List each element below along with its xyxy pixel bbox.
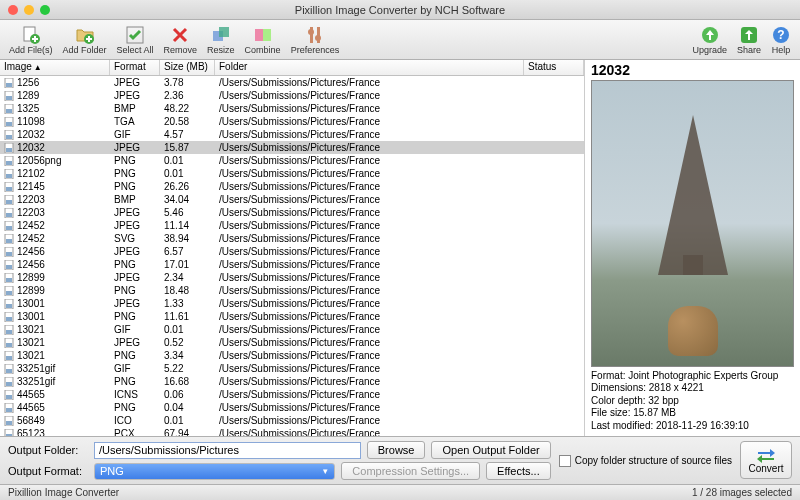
svg-rect-47	[6, 278, 12, 282]
table-row[interactable]: 12899PNG18.48/Users/Submissions/Pictures…	[0, 284, 584, 297]
table-row[interactable]: 33251gifGIF5.22/Users/Submissions/Pictur…	[0, 362, 584, 375]
output-folder-input[interactable]	[94, 442, 361, 459]
table-row[interactable]: 12032GIF4.57/Users/Submissions/Pictures/…	[0, 128, 584, 141]
cell-image: 12102	[0, 168, 110, 179]
cell-format: TGA	[110, 116, 160, 127]
main-toolbar: Add File(s)Add FolderSelect AllRemoveRes…	[0, 20, 800, 60]
minimize-window-button[interactable]	[24, 5, 34, 15]
add-folder-button[interactable]: Add Folder	[58, 21, 112, 59]
share-button[interactable]: Share	[732, 21, 766, 59]
svg-text:?: ?	[777, 28, 784, 42]
cell-image: 11098	[0, 116, 110, 127]
table-row[interactable]: 12899JPEG2.34/Users/Submissions/Pictures…	[0, 271, 584, 284]
column-header-format[interactable]: Format	[110, 60, 160, 75]
cell-format: PCX	[110, 428, 160, 436]
cell-image: 12899	[0, 285, 110, 296]
preview-metadata: Format: Joint Photographic Experts Group…	[591, 370, 794, 433]
table-row[interactable]: 12452SVG38.94/Users/Submissions/Pictures…	[0, 232, 584, 245]
help-icon: ?	[771, 25, 791, 45]
column-header-status[interactable]: Status	[524, 60, 584, 75]
cell-image: 13021	[0, 337, 110, 348]
table-row[interactable]: 44565PNG0.04/Users/Submissions/Pictures/…	[0, 401, 584, 414]
cell-size: 11.14	[160, 220, 215, 231]
preferences-button[interactable]: Preferences	[286, 21, 345, 59]
table-row[interactable]: 11098TGA20.58/Users/Submissions/Pictures…	[0, 115, 584, 128]
output-format-select[interactable]: PNG	[94, 463, 335, 480]
table-row[interactable]: 12456JPEG6.57/Users/Submissions/Pictures…	[0, 245, 584, 258]
cell-image: 12456	[0, 259, 110, 270]
toolbar-label: Add Folder	[63, 45, 107, 55]
remove-button[interactable]: Remove	[159, 21, 203, 59]
maximize-window-button[interactable]	[40, 5, 50, 15]
cell-image: 13001	[0, 298, 110, 309]
help-button[interactable]: ?Help	[766, 21, 796, 59]
table-row[interactable]: 56849ICO0.01/Users/Submissions/Pictures/…	[0, 414, 584, 427]
svg-rect-49	[6, 291, 12, 295]
cell-format: PNG	[110, 350, 160, 361]
cell-folder: /Users/Submissions/Pictures/France	[215, 415, 524, 426]
cell-format: PNG	[110, 259, 160, 270]
table-body[interactable]: 1256JPEG3.78/Users/Submissions/Pictures/…	[0, 76, 584, 436]
svg-rect-37	[6, 213, 12, 217]
column-header-folder[interactable]: Folder	[215, 60, 524, 75]
table-row[interactable]: 13001PNG11.61/Users/Submissions/Pictures…	[0, 310, 584, 323]
cell-folder: /Users/Submissions/Pictures/France	[215, 402, 524, 413]
select-all-button[interactable]: Select All	[112, 21, 159, 59]
svg-rect-23	[6, 122, 12, 126]
cell-format: BMP	[110, 103, 160, 114]
toolbar-label: Add File(s)	[9, 45, 53, 55]
table-row[interactable]: 12452JPEG11.14/Users/Submissions/Picture…	[0, 219, 584, 232]
close-window-button[interactable]	[8, 5, 18, 15]
cell-format: PNG	[110, 285, 160, 296]
table-row[interactable]: 1325BMP48.22/Users/Submissions/Pictures/…	[0, 102, 584, 115]
table-row[interactable]: 1289JPEG2.36/Users/Submissions/Pictures/…	[0, 89, 584, 102]
cell-folder: /Users/Submissions/Pictures/France	[215, 233, 524, 244]
cell-folder: /Users/Submissions/Pictures/France	[215, 246, 524, 257]
table-row[interactable]: 12145PNG26.26/Users/Submissions/Pictures…	[0, 180, 584, 193]
cell-size: 5.46	[160, 207, 215, 218]
add-files-button[interactable]: Add File(s)	[4, 21, 58, 59]
table-row[interactable]: 13021GIF0.01/Users/Submissions/Pictures/…	[0, 323, 584, 336]
open-output-folder-button[interactable]: Open Output Folder	[431, 441, 550, 459]
cell-format: PNG	[110, 155, 160, 166]
column-header-image[interactable]: Image▲	[0, 60, 110, 75]
copy-folder-structure-option[interactable]: Copy folder structure of source files	[559, 441, 732, 480]
convert-button[interactable]: Convert	[740, 441, 792, 479]
cell-format: ICNS	[110, 389, 160, 400]
combine-button[interactable]: Combine	[240, 21, 286, 59]
cell-image: 12032	[0, 142, 110, 153]
table-row[interactable]: 13021PNG3.34/Users/Submissions/Pictures/…	[0, 349, 584, 362]
table-row[interactable]: 12032JPEG15.87/Users/Submissions/Picture…	[0, 141, 584, 154]
table-row[interactable]: 13021JPEG0.52/Users/Submissions/Pictures…	[0, 336, 584, 349]
cell-size: 34.04	[160, 194, 215, 205]
svg-rect-63	[6, 382, 12, 386]
toolbar-label: Share	[737, 45, 761, 55]
table-row[interactable]: 33251gifPNG16.68/Users/Submissions/Pictu…	[0, 375, 584, 388]
table-row[interactable]: 12056pngPNG0.01/Users/Submissions/Pictur…	[0, 154, 584, 167]
table-row[interactable]: 12203BMP34.04/Users/Submissions/Pictures…	[0, 193, 584, 206]
main-content: Image▲ Format Size (MB) Folder Status 12…	[0, 60, 800, 436]
table-row[interactable]: 65123PCX67.94/Users/Submissions/Pictures…	[0, 427, 584, 436]
table-row[interactable]: 12102PNG0.01/Users/Submissions/Pictures/…	[0, 167, 584, 180]
upgrade-button[interactable]: Upgrade	[687, 21, 732, 59]
column-header-size[interactable]: Size (MB)	[160, 60, 215, 75]
toolbar-label: Resize	[207, 45, 235, 55]
combine-icon	[253, 25, 273, 45]
table-row[interactable]: 1256JPEG3.78/Users/Submissions/Pictures/…	[0, 76, 584, 89]
resize-button[interactable]: Resize	[202, 21, 240, 59]
browse-button[interactable]: Browse	[367, 441, 426, 459]
cell-size: 2.34	[160, 272, 215, 283]
cell-image: 13021	[0, 324, 110, 335]
svg-rect-43	[6, 252, 12, 256]
checkbox-icon[interactable]	[559, 455, 571, 467]
cell-format: JPEG	[110, 220, 160, 231]
cell-image: 12899	[0, 272, 110, 283]
sort-indicator-icon: ▲	[34, 63, 42, 72]
cell-folder: /Users/Submissions/Pictures/France	[215, 207, 524, 218]
table-row[interactable]: 12456PNG17.01/Users/Submissions/Pictures…	[0, 258, 584, 271]
effects-button[interactable]: Effects...	[486, 462, 551, 480]
table-row[interactable]: 44565ICNS0.06/Users/Submissions/Pictures…	[0, 388, 584, 401]
table-row[interactable]: 12203JPEG5.46/Users/Submissions/Pictures…	[0, 206, 584, 219]
table-row[interactable]: 13001JPEG1.33/Users/Submissions/Pictures…	[0, 297, 584, 310]
compression-settings-button[interactable]: Compression Settings...	[341, 462, 480, 480]
